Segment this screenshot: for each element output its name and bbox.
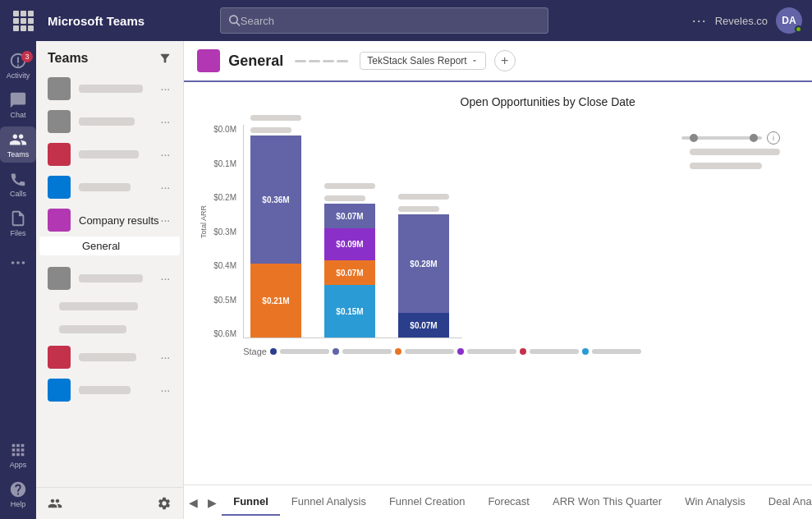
bars-container: $0.21M $0.36M	[243, 125, 462, 338]
channel-header: General TekStack Sales Report +	[184, 41, 812, 82]
add-tab-button[interactable]: +	[494, 50, 516, 71]
team-item[interactable]: ···	[36, 171, 183, 204]
team-item[interactable]: ···	[36, 138, 183, 171]
y-axis: $0.6M $0.5M $0.4M $0.3M $0.2M $0.1M $0.0…	[213, 125, 243, 338]
team-more-button[interactable]: ···	[159, 384, 172, 397]
calls-icon	[9, 170, 27, 188]
team-color	[48, 267, 71, 290]
bar-segment: $0.07M	[324, 260, 375, 285]
team-item[interactable]: ···	[36, 105, 183, 138]
legend-bar	[405, 349, 454, 354]
x-label-placeholder	[398, 206, 439, 212]
team-item[interactable]: ···	[36, 374, 183, 406]
channel-separator-bar	[309, 60, 320, 62]
help-label: Help	[11, 500, 26, 508]
app-grid-button[interactable]	[10, 7, 36, 34]
files-icon	[9, 209, 27, 227]
team-name-placeholder	[79, 150, 139, 158]
legend-bar	[467, 349, 516, 354]
team-color	[48, 77, 71, 100]
chart-area: Open Opportunities by Close Date i	[184, 82, 812, 485]
team-item[interactable]: ···	[36, 341, 183, 374]
team-item[interactable]: ···	[36, 262, 183, 295]
top-dots-button[interactable]: ···	[692, 12, 707, 30]
sidebar-item-more[interactable]	[0, 245, 36, 281]
team-color-company	[48, 209, 71, 232]
sidebar-item-calls[interactable]: Calls	[0, 166, 36, 202]
legend-bar	[342, 349, 392, 354]
bar-segment: $0.07M	[398, 313, 449, 338]
chat-label: Chat	[10, 111, 25, 119]
y-axis-label: Total ARR	[200, 225, 208, 238]
bar-group-2: $0.15M $0.07M $0.09M $0.07M	[324, 177, 375, 338]
top-bar: Microsoft Teams ··· Reveles.co DA	[0, 0, 812, 41]
team-color	[48, 176, 71, 199]
team-item-company-results[interactable]: Company results ···	[36, 204, 183, 237]
channel-color-box	[197, 49, 220, 72]
legend-dot-6	[582, 348, 589, 355]
team-more-button[interactable]: ···	[159, 181, 172, 194]
svg-point-2	[22, 261, 25, 264]
channel-general[interactable]: General	[39, 237, 180, 255]
x-label-placeholder	[250, 127, 291, 133]
avatar[interactable]: DA	[776, 7, 802, 34]
svg-point-0	[11, 261, 15, 264]
tab-scroll-right[interactable]: ▶	[203, 493, 222, 512]
team-more-button[interactable]: ···	[159, 82, 172, 95]
apps-label: Apps	[10, 461, 27, 469]
bar-segment: $0.28M	[398, 214, 449, 313]
team-name-placeholder	[79, 353, 136, 361]
team-color	[48, 143, 71, 166]
tab-funnel[interactable]: Funnel	[222, 489, 280, 516]
filter-icon[interactable]	[158, 52, 172, 65]
bar-segment: $0.36M	[250, 135, 301, 264]
search-input[interactable]	[241, 15, 540, 27]
team-more-button[interactable]: ···	[159, 351, 172, 364]
tab-arr-won[interactable]: ARR Won This Quarter	[541, 489, 673, 516]
team-item[interactable]	[36, 295, 183, 318]
help-icon	[9, 480, 27, 498]
svg-point-1	[16, 261, 20, 264]
sidebar-item-files[interactable]: Files	[0, 205, 36, 241]
tab-funnel-analysis[interactable]: Funnel Analysis	[280, 489, 378, 516]
manage-team-settings-icon[interactable]	[157, 496, 172, 511]
bar-segment: $0.15M	[324, 285, 375, 338]
bar-segment: $0.07M	[324, 204, 375, 228]
tab-win-analysis[interactable]: Win Analysis	[673, 489, 757, 516]
x-label-placeholder	[398, 194, 449, 200]
bar-segment: $0.09M	[324, 228, 375, 260]
sidebar-item-teams[interactable]: Teams	[0, 126, 36, 163]
team-more-button[interactable]: ···	[159, 148, 172, 161]
tab-forecast[interactable]: Forecast	[476, 489, 541, 516]
team-name-placeholder	[79, 117, 135, 126]
channel-separator-bar	[295, 60, 306, 62]
tab-deal-analysis[interactable]: Deal Analysis	[757, 489, 812, 516]
team-name-company: Company results	[79, 214, 159, 227]
search-bar[interactable]	[220, 7, 548, 34]
report-selector[interactable]: TekStack Sales Report	[360, 52, 485, 70]
presence-dot	[795, 25, 802, 33]
x-label-placeholder	[324, 195, 365, 201]
add-team-icon[interactable]	[48, 496, 62, 511]
legend-dot-3	[395, 348, 401, 355]
team-more-button[interactable]: ···	[159, 115, 172, 128]
apps-icon	[9, 441, 27, 459]
bar-group-3: $0.07M $0.28M	[398, 188, 449, 338]
tab-scroll-left[interactable]: ◀	[184, 493, 203, 512]
sidebar-item-activity[interactable]: 3 Activity	[0, 48, 36, 84]
calls-label: Calls	[10, 190, 26, 198]
sidebar-item-apps[interactable]: Apps	[0, 437, 36, 473]
team-item[interactable]	[36, 318, 183, 341]
team-more-button[interactable]: ···	[159, 272, 172, 285]
team-name-placeholder	[79, 183, 131, 191]
search-icon	[229, 15, 241, 26]
x-label-placeholder	[324, 183, 375, 189]
legend-bar	[280, 349, 329, 354]
sidebar-item-help[interactable]: Help	[0, 476, 36, 512]
dropdown-chevron-icon	[470, 57, 479, 65]
team-name-placeholder	[79, 85, 143, 93]
team-item[interactable]: ···	[36, 72, 183, 105]
tab-funnel-creation[interactable]: Funnel Creation	[378, 489, 477, 516]
sidebar-item-chat[interactable]: Chat	[0, 87, 36, 123]
team-more-button-company[interactable]: ···	[159, 214, 172, 227]
